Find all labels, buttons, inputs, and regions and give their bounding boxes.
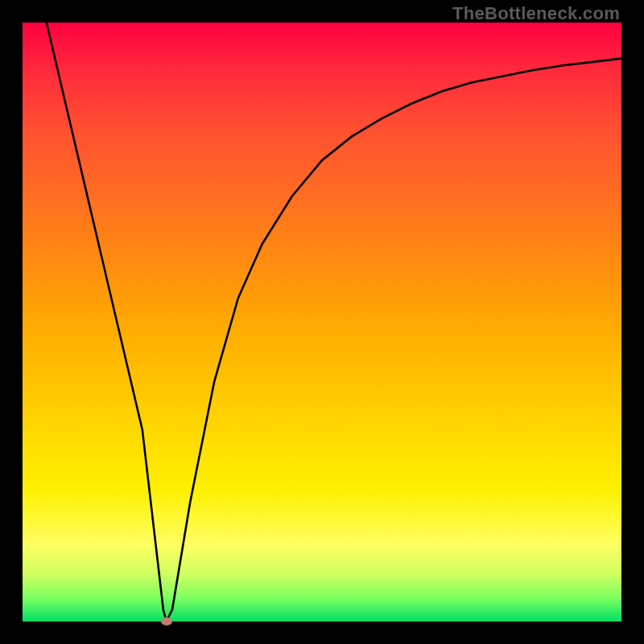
bottleneck-curve (47, 23, 621, 621)
chart-frame: TheBottleneck.com (0, 0, 644, 644)
watermark-text: TheBottleneck.com (452, 3, 620, 24)
plot-area (23, 23, 621, 621)
sweet-spot-marker (161, 617, 172, 625)
curve-svg (23, 23, 621, 621)
